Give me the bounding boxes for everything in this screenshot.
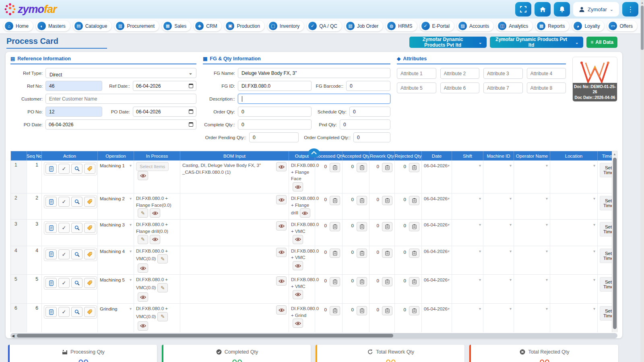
- operator-name-cell[interactable]: ▾: [514, 304, 550, 332]
- accepted-qty-log-button[interactable]: [357, 163, 367, 172]
- location-cell[interactable]: ▾: [550, 220, 598, 245]
- confirm-button[interactable]: ✓: [58, 223, 70, 233]
- date-cell[interactable]: 06-04-2026 ▾: [422, 193, 452, 219]
- shift-cell[interactable]: ▾: [452, 246, 483, 275]
- machine-id-cell[interactable]: ▾: [483, 275, 514, 303]
- inspect-button[interactable]: [71, 307, 83, 317]
- process-doc-button[interactable]: [45, 197, 57, 207]
- tag-button[interactable]: [84, 223, 95, 233]
- po-date2-input[interactable]: 06-04-2026: [45, 119, 196, 130]
- nav-item[interactable]: ▢ Inventory: [267, 21, 304, 31]
- accepted-qty-log-button[interactable]: [357, 277, 367, 286]
- rework-qty-log-button[interactable]: [382, 249, 392, 258]
- order-completed-input[interactable]: [353, 132, 390, 142]
- view-output-button[interactable]: [300, 208, 310, 218]
- chevron-down-icon[interactable]: ▾: [510, 306, 512, 331]
- confirm-button[interactable]: ✓: [58, 278, 70, 288]
- ref-type-select[interactable]: Direct ⌄: [45, 68, 196, 78]
- nav-item[interactable]: ▣ Production: [224, 21, 264, 31]
- view-bom-button[interactable]: [276, 248, 287, 257]
- attribute-input[interactable]: [483, 82, 523, 93]
- tag-button[interactable]: [84, 164, 95, 174]
- rejected-qty-log-button[interactable]: [409, 163, 419, 172]
- edit-in-process-button[interactable]: ✎: [157, 283, 168, 292]
- process-doc-button[interactable]: [45, 307, 57, 317]
- chevron-down-icon[interactable]: ▾: [448, 196, 450, 201]
- ref-date-input[interactable]: 06-04-2026: [133, 81, 196, 91]
- machine-id-cell[interactable]: ▾: [483, 160, 514, 193]
- process-doc-button[interactable]: [45, 164, 57, 174]
- rejected-qty-log-button[interactable]: [409, 277, 419, 286]
- process-doc-button[interactable]: [45, 249, 57, 259]
- machine-id-cell[interactable]: ▾: [483, 246, 514, 275]
- nav-item[interactable]: ▨ Accounts: [457, 21, 493, 31]
- date-cell[interactable]: 06-04-2026 ▾: [422, 160, 452, 193]
- edit-in-process-button[interactable]: ✎: [157, 312, 168, 321]
- chevron-down-icon[interactable]: ▾: [546, 306, 548, 331]
- accepted-qty-log-button[interactable]: [357, 306, 367, 315]
- nav-item[interactable]: ✓ E-Portal: [420, 21, 454, 31]
- nav-item[interactable]: ⌂ Home: [3, 21, 33, 31]
- table-horizontal-scrollbar[interactable]: ◀: [10, 333, 617, 338]
- chevron-down-icon[interactable]: ▾: [510, 222, 512, 244]
- chevron-down-icon[interactable]: ▾: [546, 222, 548, 244]
- chevron-down-icon[interactable]: ▾: [448, 278, 450, 282]
- view-bom-button[interactable]: [276, 276, 287, 286]
- tag-button[interactable]: [84, 249, 95, 259]
- nav-item[interactable]: ◫ Analytics: [496, 21, 533, 31]
- chevron-down-icon[interactable]: ▾: [130, 278, 132, 282]
- view-output-button[interactable]: [293, 290, 303, 299]
- tag-button[interactable]: [84, 307, 95, 317]
- date-cell[interactable]: 06-04-2026 ▾: [422, 246, 452, 275]
- rework-qty-log-button[interactable]: [382, 222, 392, 231]
- confirm-button[interactable]: ✓: [58, 197, 70, 207]
- attribute-input[interactable]: [397, 82, 436, 93]
- nav-item[interactable]: ▥ Procurement: [114, 21, 159, 31]
- ref-no-input[interactable]: [45, 81, 102, 91]
- view-output-button[interactable]: [293, 261, 303, 270]
- shift-cell[interactable]: ▾: [452, 193, 483, 219]
- fg-barcode-input[interactable]: [346, 81, 390, 91]
- date-cell[interactable]: 06-04-2026 ▾: [422, 304, 452, 332]
- chevron-down-icon[interactable]: ▾: [510, 196, 512, 218]
- user-menu[interactable]: Zymofar ⌄: [573, 2, 619, 16]
- chevron-down-icon[interactable]: ▾: [130, 249, 132, 253]
- view-in-process-button[interactable]: [138, 171, 148, 180]
- attribute-input[interactable]: [440, 68, 480, 79]
- accepted-qty-log-button[interactable]: [357, 222, 367, 231]
- shift-cell[interactable]: ▾: [452, 304, 483, 332]
- confirm-button[interactable]: ✓: [58, 249, 70, 259]
- chevron-down-icon[interactable]: ▾: [510, 163, 512, 191]
- rework-qty-log-button[interactable]: [382, 277, 392, 286]
- view-output-button[interactable]: [293, 319, 303, 328]
- confirm-button[interactable]: ✓: [58, 307, 70, 317]
- process-doc-button[interactable]: [45, 278, 57, 288]
- chevron-down-icon[interactable]: ▾: [593, 222, 595, 244]
- chevron-down-icon[interactable]: ▾: [130, 196, 132, 201]
- processed-qty-log-button[interactable]: [330, 277, 340, 286]
- operator-name-cell[interactable]: ▾: [514, 193, 550, 219]
- nav-item[interactable]: ◈ CRM: [194, 21, 221, 31]
- process-doc-button[interactable]: [45, 223, 57, 233]
- po-no-input[interactable]: [45, 107, 102, 117]
- inspect-button[interactable]: [71, 223, 83, 233]
- nav-item[interactable]: ▭ Offers: [607, 21, 637, 31]
- inspect-button[interactable]: [71, 249, 83, 259]
- scrollbar-thumb[interactable]: [613, 158, 617, 329]
- view-bom-button[interactable]: [276, 195, 287, 204]
- company-select-2[interactable]: Zymofar Dynamic Products Pvt ltd⌄: [490, 37, 583, 48]
- operator-name-cell[interactable]: ▾: [514, 246, 550, 275]
- chevron-down-icon[interactable]: ▾: [479, 306, 481, 331]
- attribute-input[interactable]: [483, 68, 523, 79]
- location-cell[interactable]: ▾: [550, 193, 598, 219]
- home-button[interactable]: [535, 2, 551, 16]
- scrollbar-thumb[interactable]: [17, 334, 393, 337]
- order-qty-input[interactable]: [238, 107, 312, 117]
- attribute-input[interactable]: [527, 82, 566, 93]
- tag-button[interactable]: [84, 278, 95, 288]
- chevron-down-icon[interactable]: ▾: [510, 249, 512, 273]
- chevron-down-icon[interactable]: ▾: [130, 306, 132, 311]
- location-cell[interactable]: ▾: [550, 275, 598, 303]
- chevron-down-icon[interactable]: ▾: [546, 163, 548, 191]
- nav-item[interactable]: ▤ Catalogue: [73, 21, 112, 31]
